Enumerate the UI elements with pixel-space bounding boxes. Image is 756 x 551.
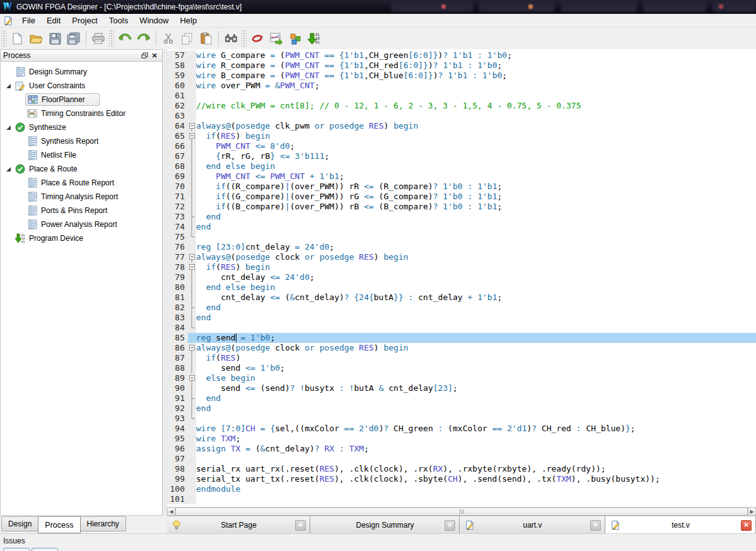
- synthesize-button[interactable]: [248, 30, 267, 47]
- code-line-74[interactable]: 74end: [167, 222, 756, 232]
- tab-close-icon[interactable]: ✕: [590, 520, 601, 531]
- tree-item-program-device[interactable]: 011001Program Device: [1, 231, 162, 245]
- tree-item-netlist-file[interactable]: Netlist File: [1, 148, 162, 162]
- tree-item-place-route[interactable]: Place & Route: [1, 162, 162, 176]
- tree-item-place-route-report[interactable]: Place & Route Report: [1, 176, 162, 190]
- code-line-95[interactable]: 95wire TXM;: [167, 434, 756, 444]
- save-all-button[interactable]: [64, 30, 83, 47]
- floorplanner-button[interactable]: [267, 30, 286, 47]
- tree-item-synthesis-report[interactable]: Synthesis Report: [1, 134, 162, 148]
- code-line-101[interactable]: 101: [167, 494, 756, 504]
- undo-button[interactable]: [115, 30, 134, 47]
- code-line-57[interactable]: 57wire G_compare = (PWM_CNT == {1'b1,CH_…: [167, 50, 756, 61]
- code-line-85[interactable]: 85reg send = 1'b0;: [167, 333, 756, 343]
- code-line-68[interactable]: 68 end else begin: [167, 161, 756, 171]
- save-button[interactable]: [45, 30, 64, 47]
- code-line-86[interactable]: 86always@(posedge clock or posedge RES) …: [167, 343, 756, 353]
- fold-collapse-icon[interactable]: [188, 252, 196, 262]
- menu-edit[interactable]: Edit: [41, 14, 66, 26]
- code-line-59[interactable]: 59wire B_compare = (PWM_CNT == {1'b1,CH_…: [167, 71, 756, 81]
- code-line-71[interactable]: 71 if((G_compare)|(over_PWM)) rG <= (G_c…: [167, 192, 756, 202]
- panel-tab-process[interactable]: Process: [38, 516, 80, 533]
- code-line-80[interactable]: 80 end else begin: [167, 282, 756, 293]
- tree-item-synthesize[interactable]: Synthesize: [1, 120, 162, 134]
- code-line-87[interactable]: 87 if(RES): [167, 353, 756, 363]
- toolbar-grip[interactable]: [109, 30, 114, 47]
- paste-button[interactable]: [197, 30, 216, 47]
- code-line-76[interactable]: 76reg [23:0]cnt_delay = 24'd0;: [167, 242, 756, 252]
- toolbar-grip[interactable]: [241, 30, 247, 47]
- code-line-75[interactable]: 75: [167, 232, 756, 242]
- tab-close-icon[interactable]: ✕: [295, 520, 306, 531]
- panel-close-icon[interactable]: ✕: [149, 51, 160, 60]
- tree-item-floorplanner[interactable]: FloorPlanner: [1, 93, 162, 107]
- code-line-100[interactable]: 100endmodule: [167, 484, 756, 494]
- code-line-94[interactable]: 94wire [7:0]CH = {sel,((mxColor == 2'd0)…: [167, 424, 756, 434]
- code-line-73[interactable]: 73 end: [167, 212, 756, 222]
- fold-collapse-icon[interactable]: [188, 343, 196, 353]
- tree-item-power-analysis-report[interactable]: Power Analysis Report: [1, 218, 162, 231]
- expander-icon[interactable]: [3, 125, 13, 130]
- code-line-69[interactable]: 69 PWM_CNT <= PWM_CNT + 1'b1;: [167, 171, 756, 182]
- code-line-93[interactable]: 93: [167, 414, 756, 424]
- fold-collapse-icon[interactable]: [188, 121, 196, 131]
- code-line-66[interactable]: 66 PWM_CNT <= 8'd0;: [167, 141, 756, 151]
- code-line-63[interactable]: 63: [167, 111, 756, 121]
- code-line-84[interactable]: 84: [167, 323, 756, 333]
- doc-tab-uart-v[interactable]: uart.v✕: [460, 516, 605, 534]
- issues-button[interactable]: [3, 548, 30, 551]
- expander-icon[interactable]: [3, 83, 13, 89]
- code-line-91[interactable]: 91 end: [167, 393, 756, 403]
- tree-item-design-summary[interactable]: Design Summary: [1, 65, 162, 79]
- code-line-77[interactable]: 77always@(posedge clock or posedge RES) …: [167, 252, 756, 262]
- toolbar-grip[interactable]: [1, 30, 6, 47]
- panel-float-icon[interactable]: [139, 51, 149, 60]
- tree-item-timing-constraints-editor[interactable]: Timing Constraints Editor: [1, 107, 162, 120]
- code-line-70[interactable]: 70 if((R_compare)|(over_PWM)) rR <= (R_c…: [167, 182, 756, 192]
- panel-splitter[interactable]: [163, 49, 167, 516]
- code-line-99[interactable]: 99serial_tx uart_tx(.reset(RES), .clk(cl…: [167, 474, 756, 484]
- code-line-78[interactable]: 78 if(RES) begin: [167, 262, 756, 272]
- panel-tab-design[interactable]: Design: [1, 516, 38, 531]
- program-device-button[interactable]: 011001: [305, 30, 323, 47]
- new-button[interactable]: [8, 30, 26, 47]
- menu-file[interactable]: File: [16, 14, 41, 26]
- fold-collapse-icon[interactable]: [188, 373, 196, 383]
- expander-icon[interactable]: [3, 166, 13, 172]
- code-line-61[interactable]: 61: [167, 91, 756, 101]
- tab-close-icon[interactable]: ✕: [741, 520, 752, 531]
- code-line-81[interactable]: 81 cnt_delay <= (&cnt_delay)? {24{butA}}…: [167, 293, 756, 303]
- open-button[interactable]: [26, 30, 45, 47]
- panel-tab-hierarchy[interactable]: Hierarchy: [80, 516, 126, 531]
- code-line-67[interactable]: 67 {rR, rG, rB} <= 3'b111;: [167, 151, 756, 161]
- scroll-left-arrow-icon[interactable]: ◀: [167, 508, 175, 516]
- code-line-79[interactable]: 79 cnt_delay <= 24'd0;: [167, 272, 756, 282]
- code-line-97[interactable]: 97: [167, 454, 756, 464]
- menu-window[interactable]: Window: [134, 14, 174, 26]
- menu-project[interactable]: Project: [66, 14, 103, 26]
- fold-collapse-icon[interactable]: [188, 262, 196, 272]
- tree-item-ports-pins-report[interactable]: Ports & Pins Report: [1, 204, 162, 218]
- code-line-90[interactable]: 90 send <= (send)? !busytx : !butA & cnt…: [167, 383, 756, 393]
- code-line-72[interactable]: 72 if((B_compare)|(over_PWM)) rB <= (B_c…: [167, 202, 756, 212]
- copy-button[interactable]: [178, 30, 197, 47]
- fold-collapse-icon[interactable]: [188, 131, 196, 141]
- code-line-64[interactable]: 64always@(posedge clk_pwm or posedge RES…: [167, 121, 756, 131]
- redo-button[interactable]: [134, 30, 153, 47]
- doc-tab-start-page[interactable]: Start Page✕: [167, 516, 310, 534]
- menu-tools[interactable]: Tools: [103, 14, 134, 26]
- code-line-88[interactable]: 88 send <= 1'b0;: [167, 363, 756, 373]
- place-route-button[interactable]: [286, 30, 305, 47]
- code-line-60[interactable]: 60wire over_PWM = &PWM_CNT;: [167, 81, 756, 91]
- cut-button[interactable]: [159, 30, 178, 47]
- code-region[interactable]: 57wire G_compare = (PWM_CNT == {1'b1,CH_…: [167, 49, 756, 507]
- print-button[interactable]: [89, 30, 108, 47]
- scroll-right-arrow-icon[interactable]: ▶: [748, 508, 756, 516]
- doc-tab-design-summary[interactable]: Design Summary✕: [310, 516, 460, 534]
- code-line-96[interactable]: 96assign TX = (&cnt_delay)? RX : TXM;: [167, 444, 756, 454]
- code-line-92[interactable]: 92end: [167, 403, 756, 414]
- code-line-65[interactable]: 65 if(RES) begin: [167, 131, 756, 141]
- code-line-89[interactable]: 89 else begin: [167, 373, 756, 383]
- tree-item-user-constraints[interactable]: User Constraints: [1, 79, 162, 93]
- code-line-58[interactable]: 58wire R_compare = (PWM_CNT == {1'b1,CH_…: [167, 61, 756, 71]
